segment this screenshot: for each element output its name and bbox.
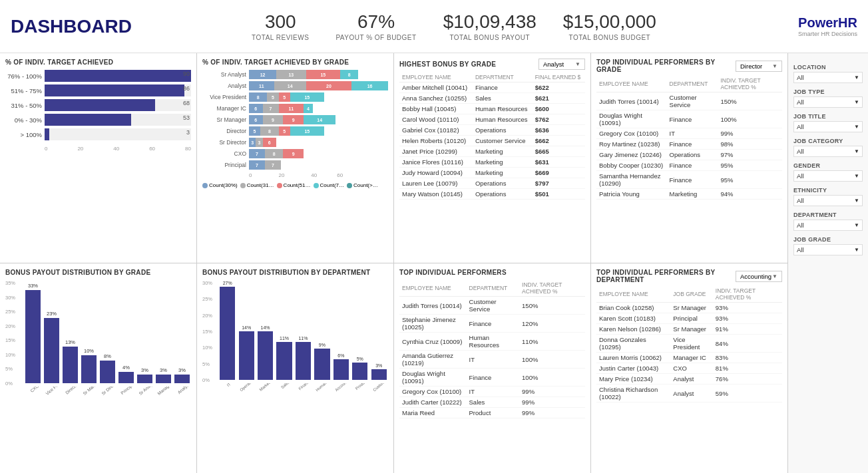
dept-xaxis: ITOperationsMarketingSalesFinanceHuman R… — [202, 383, 388, 411]
hbar-fill — [45, 128, 49, 140]
table-row: Bobby Cooper (10230)Finance95% — [596, 160, 782, 171]
employee-name: Mary Price (10234) — [596, 374, 670, 385]
top-performers-indiv-title: Top Individual Performers — [399, 269, 585, 276]
stat-label-0: TOTAL REVIEWS — [252, 34, 309, 41]
dept: Finance — [667, 171, 718, 189]
filter-label: ETHNICITY — [793, 187, 863, 194]
filter-label: JOB GRADE — [793, 236, 863, 243]
pct: 84% — [713, 335, 782, 353]
pct: 150% — [718, 92, 782, 110]
filter-select[interactable]: All ▼ — [793, 244, 863, 255]
table-row: Anna Sanchez (10255)Sales$621 — [399, 93, 585, 104]
top-performers-dept-dropdown[interactable]: Accounting ▼ — [736, 271, 782, 282]
filter-label: JOB TYPE — [793, 88, 863, 95]
top-performers-dept-table-container[interactable]: EMPLOYEE NAMEJOB GRADEINDIV. TARGET ACHI… — [596, 286, 782, 402]
pct: 99% — [519, 397, 585, 408]
sbar-label: Sr Director — [202, 139, 249, 146]
sbar-bars: 85515 — [249, 92, 388, 102]
vbar-pct: 23% — [47, 311, 57, 317]
employee-name: Helen Roberts (10120) — [399, 136, 473, 146]
axis-tick: 80 — [185, 146, 191, 152]
table-header: EMPLOYEE NAME — [596, 76, 667, 92]
employee-name: Carol Wood (10110) — [399, 114, 473, 125]
dept: Customer Service — [667, 92, 718, 110]
yaxis-label: 0% — [5, 381, 15, 387]
employee-name: Gary Jimenez (10246) — [596, 150, 667, 160]
dept: Operations — [667, 150, 718, 160]
dept: Customer Service — [467, 297, 520, 315]
sbar-label: Analyst — [202, 82, 249, 89]
filter-select[interactable]: All ▼ — [793, 170, 863, 182]
filter-value: All — [797, 172, 804, 180]
filter-select[interactable]: All ▼ — [793, 96, 863, 108]
filter-select[interactable]: All ▼ — [793, 146, 863, 157]
sbar-label: CXO — [202, 150, 249, 157]
table-row: Bobby Hall (10045)Human Resources$600 — [399, 104, 585, 114]
hbar-label: 31% - 50% — [5, 102, 42, 109]
axis-tick: 60 — [149, 146, 155, 152]
chevron-down-icon: ▼ — [854, 75, 859, 80]
employee-name: Gregory Cox (10100) — [399, 387, 467, 397]
sbar-seg: 7 — [249, 149, 265, 158]
sbar-seg: 11 — [249, 81, 274, 90]
employee-name: Patricia Young — [596, 189, 667, 200]
table-row: Patricia YoungMarketing94% — [596, 189, 782, 200]
yaxis-label: 20% — [202, 313, 212, 319]
yaxis-label: 15% — [5, 337, 15, 343]
sbar-seg: 6 — [249, 104, 263, 113]
employee-name: Stephanie Jimenez (10025) — [399, 315, 467, 333]
pct: 99% — [519, 408, 585, 418]
filter-select[interactable]: All ▼ — [793, 195, 863, 206]
employee-name: Maria Reed — [399, 408, 467, 418]
table-row: Christina Richardson (10022)Analyst59% — [596, 385, 782, 402]
vbar-fill — [239, 331, 254, 380]
employee-name: Samantha Hernandez (10290) — [596, 171, 667, 189]
highest-bonus-table-container[interactable]: EMPLOYEE NAMEDEPARTMENTFINAL EARNED $ Am… — [399, 73, 585, 200]
filter-select[interactable]: All ▼ — [793, 72, 863, 83]
filter-select[interactable]: All ▼ — [793, 220, 863, 231]
employee-name: Bobby Cooper (10230) — [596, 160, 667, 171]
vbar-item: 8% — [99, 353, 116, 383]
hbar-fill — [45, 114, 131, 126]
yaxis-label: 20% — [5, 323, 15, 329]
table-row: Mary Watson (10145)Operations$501 — [399, 189, 585, 200]
sbar-seg: 14 — [274, 81, 306, 90]
amount: $600 — [533, 104, 585, 114]
filter-group-0: LOCATION All ▼ — [793, 64, 863, 83]
pct: 100% — [519, 369, 585, 387]
sbar-bars: 77 — [249, 160, 388, 170]
employee-name: Amanda Gutierrez (10219) — [399, 351, 467, 369]
grade: Analyst — [670, 385, 712, 402]
sbar-seg: 3 — [249, 138, 256, 147]
filter-group-1: JOB TYPE All ▼ — [793, 88, 863, 108]
sbar-seg: 8 — [249, 92, 267, 102]
vbar-pct: 14% — [242, 325, 251, 330]
vbar-fill — [220, 287, 235, 380]
top-performers-grade-dropdown[interactable]: Director ▼ — [736, 61, 782, 72]
sbar-bars: 1213158 — [249, 70, 388, 79]
bonus-payout-grade-panel: Bonus Payout Distribution by Grade 33% 2… — [0, 263, 196, 473]
chevron-down-icon: ▼ — [854, 247, 859, 253]
legend-label: Count(51… — [284, 182, 311, 188]
vbar-pct: 3% — [375, 363, 382, 368]
sbar-bars: 336 — [249, 138, 388, 147]
table-row: Lauren Morris (10062)Manager IC83% — [596, 353, 782, 363]
highest-bonus-dropdown[interactable]: Analyst ▼ — [539, 59, 585, 70]
top-performers-indiv-table-container[interactable]: EMPLOYEE NAMEDEPARTMENTINDIV. TARGET ACH… — [399, 280, 585, 418]
filter-select[interactable]: All ▼ — [793, 121, 863, 132]
bonus-payout-grade-title: Bonus Payout Distribution by Grade — [5, 269, 191, 276]
amount: $636 — [533, 125, 585, 136]
table-row: Donna Gonzales (10295)Vice President84% — [596, 335, 782, 353]
vbar-pct: 14% — [261, 325, 270, 330]
sbar-bars: 11142016 — [249, 81, 388, 90]
pct: 76% — [713, 374, 782, 385]
hbar-row: 31% - 50% 68 — [5, 99, 191, 111]
dept: Finance — [473, 82, 533, 93]
filter-value: All — [797, 148, 804, 155]
axis-tick: 20 — [77, 146, 83, 152]
top-performers-grade-table-container[interactable]: EMPLOYEE NAMEDEPARTMENTINDIV. TARGET ACH… — [596, 76, 782, 200]
yaxis-label: 10% — [5, 352, 15, 358]
sbar-label: Sr Manager — [202, 116, 249, 123]
grade: Sr Manager — [670, 303, 712, 313]
amount: $669 — [533, 168, 585, 178]
